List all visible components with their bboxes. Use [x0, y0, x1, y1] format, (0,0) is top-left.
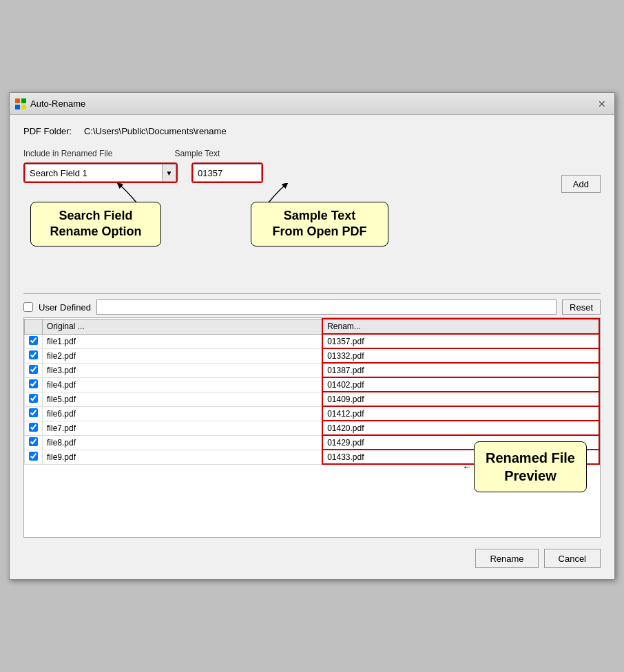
content-area: PDF Folder: C:\Users\Public\Documents\re… [10, 115, 614, 579]
cancel-button[interactable]: Cancel [544, 549, 601, 568]
original-filename: file8.pdf [43, 435, 323, 450]
table-row: file3.pdf01387.pdf [25, 363, 600, 377]
dropdown-arrow[interactable]: ▼ [163, 164, 176, 182]
row-checkbox[interactable] [29, 437, 38, 446]
bottom-row: Rename Cancel [23, 546, 601, 568]
folder-path: C:\Users\Public\Documents\rename [84, 126, 227, 136]
close-button[interactable]: ✕ [595, 97, 609, 111]
row-checkbox[interactable] [29, 365, 38, 374]
row-checkbox-cell [25, 406, 43, 421]
renamed-filename: 01332.pdf [322, 348, 599, 363]
renamed-filename: 01412.pdf [322, 406, 599, 421]
include-section: Include in Renamed File Sample Text ▼ [23, 149, 601, 193]
original-filename: file2.pdf [43, 348, 323, 363]
original-filename: file1.pdf [43, 334, 323, 348]
separator [23, 293, 601, 294]
search-field-input[interactable] [25, 164, 163, 182]
renamed-filename: 01409.pdf [322, 392, 599, 406]
search-field-callout: Search FieldRename Option [30, 202, 161, 246]
row-checkbox-cell [25, 392, 43, 406]
table-row: file5.pdf01409.pdf [25, 392, 600, 406]
table-row: file6.pdf01412.pdf [25, 406, 600, 421]
user-defined-text-input[interactable] [96, 300, 557, 315]
row-checkbox[interactable] [29, 452, 38, 461]
svg-rect-2 [15, 105, 20, 109]
col-original-header: Original ... [43, 319, 323, 334]
renamed-filename: 01357.pdf [322, 334, 599, 348]
original-filename: file9.pdf [43, 450, 323, 464]
row-checkbox[interactable] [29, 379, 38, 388]
add-button[interactable]: Add [561, 175, 601, 193]
search-field-group: ▼ [23, 162, 178, 183]
folder-row: PDF Folder: C:\Users\Public\Documents\re… [23, 126, 601, 136]
row-checkbox-cell [25, 435, 43, 450]
include-label: Include in Renamed File [23, 149, 112, 158]
col-checkbox-header [25, 319, 43, 334]
renamed-filename: 01387.pdf [322, 363, 599, 377]
sample-text-callout: Sample TextFrom Open PDF [251, 202, 388, 246]
auto-rename-window: Auto-Rename ✕ PDF Folder: C:\Users\Publi… [9, 92, 615, 580]
col-renamed-header: Renam... [322, 319, 599, 334]
dropdown-wrapper: ▼ [23, 162, 178, 183]
table-row: file7.pdf01420.pdf [25, 421, 600, 435]
row-checkbox-cell [25, 377, 43, 392]
original-filename: file4.pdf [43, 377, 323, 392]
table-callout-wrapper: Original ... Renam... file1.pdf01357.pdf… [23, 317, 601, 538]
app-icon [15, 98, 26, 109]
renamed-filename: 01420.pdf [322, 421, 599, 435]
user-defined-row: User Defined Reset [23, 300, 601, 315]
row-checkbox-cell [25, 348, 43, 363]
row-checkbox[interactable] [29, 408, 38, 417]
reset-button[interactable]: Reset [562, 300, 601, 315]
original-filename: file3.pdf [43, 363, 323, 377]
row-checkbox[interactable] [29, 423, 38, 432]
svg-rect-0 [15, 98, 20, 103]
row-checkbox[interactable] [29, 336, 38, 345]
rename-button[interactable]: Rename [475, 549, 538, 568]
table-row: file4.pdf01402.pdf [25, 377, 600, 392]
renamed-filename: 01402.pdf [322, 377, 599, 392]
callout-arrow-left: ← [462, 461, 472, 473]
sample-text-input[interactable] [193, 164, 262, 182]
row-checkbox-cell [25, 363, 43, 377]
title-bar-left: Auto-Rename [15, 98, 85, 109]
sample-input-wrapper [191, 162, 263, 183]
include-row: ▼ Add [23, 162, 601, 193]
row-checkbox-cell [25, 450, 43, 464]
window-title: Auto-Rename [30, 98, 85, 109]
callout-arrow-search [112, 183, 140, 204]
original-filename: file5.pdf [43, 392, 323, 406]
row-checkbox-cell [25, 421, 43, 435]
table-row: file1.pdf01357.pdf [25, 334, 600, 348]
original-filename: file6.pdf [43, 406, 323, 421]
table-row: file2.pdf01332.pdf [25, 348, 600, 363]
callout-area: Search FieldRename Option Sample TextFro… [23, 198, 601, 288]
user-defined-checkbox[interactable] [23, 302, 33, 312]
svg-rect-3 [21, 105, 26, 109]
renamed-file-preview-callout: ← Renamed FilePreview [474, 441, 587, 492]
file-table-container[interactable]: Original ... Renam... file1.pdf01357.pdf… [23, 317, 601, 538]
user-defined-label: User Defined [39, 302, 91, 313]
row-checkbox[interactable] [29, 394, 38, 403]
svg-rect-1 [21, 98, 26, 103]
sample-text-label: Sample Text [174, 149, 220, 158]
row-checkbox[interactable] [29, 350, 38, 359]
folder-label: PDF Folder: [23, 126, 79, 136]
sample-group [191, 162, 263, 183]
title-bar: Auto-Rename ✕ [10, 93, 614, 115]
original-filename: file7.pdf [43, 421, 323, 435]
row-checkbox-cell [25, 334, 43, 348]
callout-arrow-sample [265, 183, 293, 204]
